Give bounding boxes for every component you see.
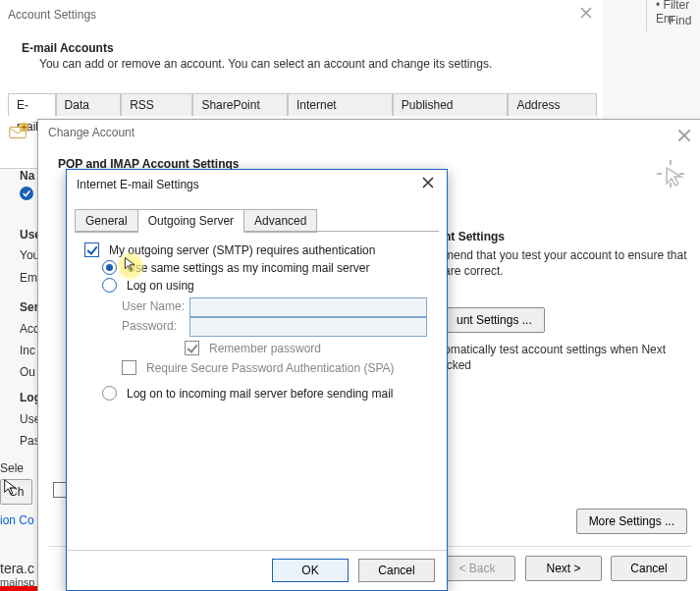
label-incoming: Inc bbox=[20, 344, 35, 357]
test-account-settings-button[interactable]: unt Settings ... bbox=[444, 307, 545, 333]
separator bbox=[67, 550, 447, 551]
radio-same-settings[interactable] bbox=[102, 260, 117, 275]
auto-test-label: omatically test account settings when Ne… bbox=[444, 342, 689, 373]
password-label: Password: bbox=[122, 319, 177, 333]
cancel-button[interactable]: Cancel bbox=[611, 556, 687, 581]
default-account-check-icon bbox=[20, 187, 33, 200]
checkbox-smtp-auth[interactable] bbox=[84, 242, 99, 257]
test-settings-description: mend that you test your account to ensur… bbox=[444, 247, 689, 279]
tab-email[interactable]: E-mail bbox=[8, 93, 56, 116]
tab-advanced[interactable]: Advanced bbox=[244, 209, 317, 233]
next-button[interactable]: Next > bbox=[525, 556, 602, 581]
email-accounts-heading: E-mail Accounts bbox=[22, 41, 114, 55]
tab-outgoing-server[interactable]: Outgoing Server bbox=[138, 209, 244, 233]
section-server-heading: Ser bbox=[20, 300, 38, 314]
dialog-tabs: General Outgoing Server Advanced bbox=[75, 209, 317, 233]
checkbox-spa[interactable] bbox=[122, 360, 136, 375]
cursor-icon bbox=[2, 478, 20, 496]
tab-internet-calendars[interactable]: Internet Calendars bbox=[288, 93, 393, 116]
tab-underline bbox=[75, 231, 439, 232]
more-settings-button[interactable]: More Settings ... bbox=[576, 509, 687, 534]
find-group-label: Find bbox=[669, 14, 691, 27]
outer-separator bbox=[646, 0, 647, 31]
username-label: User Name: bbox=[122, 299, 185, 313]
radio-same-settings-label: Use same settings as my incoming mail se… bbox=[127, 261, 369, 275]
link-fragment[interactable]: ion Co bbox=[0, 513, 34, 527]
remember-password-label: Remember password bbox=[209, 342, 321, 355]
test-settings-heading: nt Settings bbox=[444, 230, 505, 243]
change-account-title: Change Account bbox=[48, 126, 135, 139]
wizard-cursor-icon bbox=[654, 157, 687, 190]
domain-fragment: tera.c bbox=[0, 561, 34, 576]
smtp-auth-row[interactable]: My outgoing server (SMTP) requires authe… bbox=[84, 242, 375, 257]
label-account: Acc bbox=[20, 322, 39, 336]
radio-logon-using[interactable] bbox=[102, 278, 117, 293]
close-icon[interactable] bbox=[676, 128, 692, 143]
password-input[interactable] bbox=[189, 317, 427, 337]
label-outgoing: Ou bbox=[20, 365, 35, 379]
radio-logon-before-send[interactable] bbox=[102, 386, 117, 401]
back-button[interactable]: < Back bbox=[439, 556, 515, 581]
remember-password-row[interactable]: Remember password bbox=[185, 341, 321, 355]
account-settings-title: Account Settings bbox=[8, 8, 96, 22]
account-settings-tabs: E-mail Data Files RSS Feeds SharePoint L… bbox=[8, 93, 597, 116]
email-accounts-description: You can add or remove an account. You ca… bbox=[39, 57, 492, 71]
close-icon[interactable] bbox=[421, 176, 439, 193]
username-input[interactable] bbox=[189, 297, 427, 317]
spa-label: Require Secure Password Authentication (… bbox=[146, 361, 395, 375]
tab-rss-feeds[interactable]: RSS Feeds bbox=[121, 93, 192, 116]
radio-same-settings-row[interactable]: Use same settings as my incoming mail se… bbox=[102, 260, 369, 275]
internet-email-settings-dialog: Internet E-mail Settings General Outgoin… bbox=[66, 169, 448, 591]
tab-sharepoint-lists[interactable]: SharePoint Lists bbox=[192, 93, 288, 116]
label-select: Sele bbox=[0, 461, 24, 475]
column-header-name: Na bbox=[20, 169, 34, 183]
spa-row[interactable]: Require Secure Password Authentication (… bbox=[122, 360, 395, 375]
dialog-title: Internet E-mail Settings bbox=[77, 178, 199, 191]
smtp-auth-label: My outgoing server (SMTP) requires authe… bbox=[109, 243, 375, 257]
cancel-button[interactable]: Cancel bbox=[358, 559, 435, 582]
tab-address-books[interactable]: Address Books bbox=[508, 93, 597, 116]
checkbox-remember-password[interactable] bbox=[185, 341, 199, 355]
radio-logon-before-send-row[interactable]: Log on to incoming mail server before se… bbox=[102, 386, 393, 401]
ok-button[interactable]: OK bbox=[272, 559, 349, 582]
radio-logon-before-send-label: Log on to incoming mail server before se… bbox=[127, 387, 393, 401]
tab-published-calendars[interactable]: Published Calendars bbox=[393, 93, 509, 116]
radio-logon-using-label: Log on using bbox=[127, 279, 194, 293]
tab-data-files[interactable]: Data Files bbox=[56, 93, 122, 116]
tab-general[interactable]: General bbox=[75, 209, 138, 233]
radio-logon-using-row[interactable]: Log on using bbox=[102, 278, 194, 293]
close-icon[interactable] bbox=[579, 6, 595, 22]
new-account-icon[interactable] bbox=[8, 119, 41, 146]
